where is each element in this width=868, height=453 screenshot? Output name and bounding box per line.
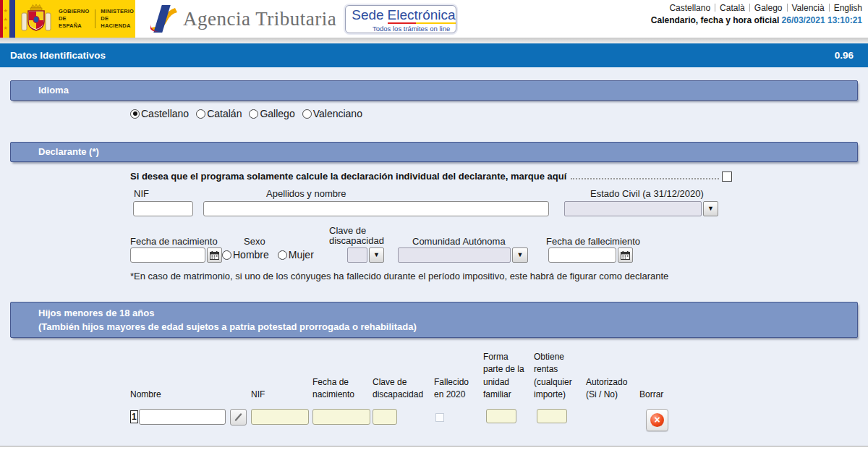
- hijo-edit-button[interactable]: [230, 409, 247, 426]
- agencia-tributaria-title: Agencia Tributaria: [183, 8, 336, 30]
- col-header-fecha-nacimiento: Fecha de nacimiento: [312, 376, 373, 402]
- dotted-leader: [571, 178, 719, 179]
- header-right: CastellanoCatalàGalegoValenciàEnglish Ca…: [651, 0, 868, 38]
- comunidad-autonoma-field[interactable]: [398, 247, 511, 263]
- radio-label: Hombre: [233, 249, 269, 261]
- radio-hombre[interactable]: Hombre: [222, 249, 269, 261]
- sede-tagline: Todos los trámites on line: [352, 25, 450, 33]
- estado-civil-label: Estado Civil (a 31/12/2020): [590, 188, 704, 199]
- clave-discapacidad-dropdown-button[interactable]: ▼: [369, 247, 384, 263]
- title-bar: Datos Identificativos 0.96: [0, 43, 868, 67]
- hijo-fallecido-checkbox: [435, 413, 444, 422]
- estado-civil-dropdown-button[interactable]: ▼: [703, 201, 718, 216]
- radio-gallego[interactable]: Gallego: [249, 108, 294, 119]
- section-hijos-header: Hijos menores de 18 años (También hijos …: [10, 302, 858, 338]
- section-hijos-title-line1: Hijos menores de 18 años: [38, 306, 857, 320]
- chevron-down-icon: ▼: [707, 206, 714, 212]
- divider: [715, 4, 715, 12]
- apellidos-label: Apellidos y nombre: [266, 188, 346, 199]
- language-links: CastellanoCatalàGalegoValenciàEnglish: [651, 3, 862, 13]
- datetime-value: 26/03/2021 13:10:21: [782, 15, 862, 25]
- pencil-icon: [234, 412, 243, 422]
- estado-civil-field[interactable]: [564, 201, 702, 216]
- declarante-note: *En caso de matrimonio, si uno de los có…: [130, 271, 868, 281]
- lang-english[interactable]: English: [834, 3, 862, 13]
- lang-valencia[interactable]: Valencià: [792, 3, 825, 13]
- divider: [829, 4, 830, 12]
- radio-label: Gallego: [260, 108, 294, 119]
- radio-castellano[interactable]: Castellano: [130, 108, 189, 119]
- comunidad-autonoma-label: Comunidad Autónoma: [412, 236, 506, 247]
- radio-catalan[interactable]: Catalán: [196, 108, 242, 119]
- header: ★ ★ ★ GOBIERNO DE ESPAÑA: [0, 0, 868, 38]
- sede-word1: Sede: [352, 7, 383, 23]
- radio-icon: [196, 109, 205, 119]
- cell-clave-discapacidad: [373, 409, 434, 425]
- hijo-obtiene-rentas-input: [537, 409, 567, 423]
- fecha-nacimiento-input[interactable]: [130, 247, 205, 263]
- datetime-label: Calendario, fecha y hora oficial: [651, 15, 779, 25]
- hijo-clave-discapacidad-input: [373, 409, 397, 425]
- divider: [749, 4, 750, 12]
- hijos-table: Nombre NIF Fecha de nacimiento Clave de …: [130, 351, 683, 431]
- radio-icon: [302, 109, 312, 119]
- idioma-options: Castellano Catalán Gallego Valenciano: [130, 107, 868, 120]
- fecha-fallecimiento-group: [548, 247, 633, 263]
- individual-declaration-label: Si desea que el programa solamente calcu…: [130, 171, 566, 182]
- fecha-fallecimiento-calendar-button[interactable]: [618, 247, 633, 263]
- radio-label: Mujer: [289, 249, 314, 261]
- individual-declaration-checkbox[interactable]: [722, 172, 732, 182]
- radio-mujer[interactable]: Mujer: [278, 249, 314, 261]
- hijo-forma-parte-input: [486, 409, 516, 423]
- fecha-fallecimiento-label: Fecha de fallecimiento: [546, 236, 640, 247]
- clave-discapacidad-field[interactable]: [347, 247, 367, 263]
- radio-icon: [130, 109, 140, 119]
- delete-icon: ×: [650, 413, 664, 427]
- lang-catala[interactable]: Català: [720, 3, 745, 13]
- gobierno-espana-logo: ★ ★ ★ GOBIERNO DE ESPAÑA: [0, 0, 135, 38]
- hijo-nombre-input[interactable]: [139, 409, 226, 425]
- fecha-nacimiento-label: Fecha de nacimiento: [130, 236, 218, 247]
- sexo-label: Sexo: [244, 236, 265, 247]
- spain-flag-icon: ★ ★ ★: [0, 0, 15, 38]
- sede-word2: Electrónica: [388, 7, 456, 23]
- hijo-nif-input: [251, 409, 309, 425]
- clave-discapacidad-label: Clave de discapacidad: [329, 226, 393, 246]
- cell-fecha-nacimiento: [312, 409, 373, 425]
- section-declarante-title: Declarante (*): [38, 146, 99, 157]
- radio-label: Valenciano: [313, 108, 362, 119]
- svg-text:★: ★: [4, 17, 8, 22]
- radio-icon: [249, 109, 258, 119]
- delete-row-button[interactable]: ×: [646, 409, 668, 431]
- radio-valenciano[interactable]: Valenciano: [302, 108, 362, 119]
- col-header-fallecido-2020: Fallecido en 2020: [434, 376, 483, 402]
- cell-nombre: 1: [130, 409, 251, 426]
- radio-icon: [222, 250, 231, 260]
- coat-of-arms-icon: [19, 3, 54, 35]
- col-header-autorizado: Autorizado (Si / No): [586, 376, 639, 402]
- cell-obtiene-rentas: [534, 409, 586, 423]
- cell-borrar: ×: [639, 409, 683, 431]
- comunidad-autonoma-dropdown-button[interactable]: ▼: [512, 247, 528, 263]
- calendar-icon: [621, 251, 630, 260]
- hijo-fecha-nacimiento-input: [312, 409, 370, 425]
- table-row: 1: [130, 409, 683, 431]
- nif-input[interactable]: [133, 201, 193, 216]
- col-header-nif: NIF: [251, 389, 312, 401]
- content: Idioma Castellano Catalán Gallego Valenc…: [0, 67, 868, 446]
- apellidos-input[interactable]: [203, 201, 549, 216]
- gobierno-label: GOBIERNO DE ESPAÑA: [59, 8, 89, 29]
- section-hijos-title-line2: (También hijos mayores de edad sujetos a…: [38, 320, 857, 334]
- col-header-borrar: Borrar: [639, 389, 683, 401]
- col-header-obtiene-rentas: Obtiene rentas (cualquier importe): [534, 351, 586, 402]
- fecha-fallecimiento-input[interactable]: [548, 247, 616, 263]
- lang-galego[interactable]: Galego: [754, 3, 783, 13]
- fecha-nacimiento-calendar-button[interactable]: [207, 247, 222, 263]
- fecha-nacimiento-group: [130, 247, 222, 263]
- section-idioma-title: Idioma: [38, 85, 69, 96]
- lang-castellano[interactable]: Castellano: [669, 3, 710, 13]
- agencia-tributaria-logo-icon: [148, 4, 179, 33]
- hijos-table-header: Nombre NIF Fecha de nacimiento Clave de …: [130, 351, 683, 402]
- sede-electronica-badge[interactable]: Sede Electrónica Todos los trámites on l…: [345, 5, 456, 33]
- radio-icon: [278, 250, 287, 260]
